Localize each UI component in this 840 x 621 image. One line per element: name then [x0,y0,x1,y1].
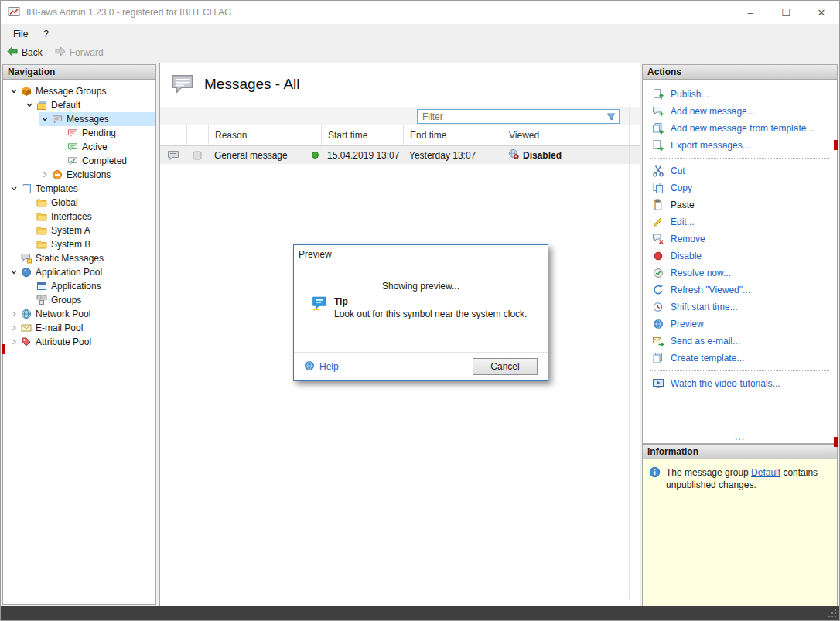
column-header-icon1[interactable] [160,125,186,145]
tree-item-messages[interactable]: Messages [3,112,155,126]
groups-icon [36,295,48,305]
filter-bar [160,107,640,125]
table-header: Reason Start time End time Viewed [160,125,640,146]
action-paste[interactable]: Paste [643,196,837,213]
chevron-down-icon[interactable] [8,87,20,95]
default-group-icon [36,100,48,111]
chevron-right-icon[interactable] [8,324,20,332]
refresh-icon [652,284,664,296]
cell-reason: General message [208,146,309,164]
tree-item-attribute-pool[interactable]: Attribute Pool [3,335,155,349]
tree-item-static-messages[interactable]: Static Messages [3,251,155,265]
cancel-button[interactable]: Cancel [473,358,538,375]
resize-grip[interactable] [827,608,838,619]
close-icon[interactable]: ✕ [804,1,839,24]
tree-item-completed[interactable]: Completed [3,154,155,168]
table-row[interactable]: General message 15.04.2019 13:07 Yesterd… [160,146,640,164]
default-group-link[interactable]: Default [751,467,780,478]
filter-funnel-icon[interactable] [603,110,619,123]
actions-header: Actions [643,65,837,80]
cell-end-time: Yesterday 13:07 [403,146,493,164]
tree-item-email-pool[interactable]: E-mail Pool [3,321,155,335]
tree-item-message-groups[interactable]: Message Groups [3,84,155,98]
action-cut[interactable]: Cut [643,162,837,179]
action-refresh-viewed[interactable]: Refresh "Viewed"... [643,281,837,299]
help-label: Help [319,361,339,372]
information-text: The message group Default contains unpub… [666,466,831,491]
action-preview[interactable]: Preview [643,316,837,333]
column-header-icon2[interactable] [186,125,208,145]
actions-overflow-button[interactable]: ... [643,432,837,442]
title-bar: IBI-aws Admin 1.23.0 - registered for IB… [1,1,839,24]
action-remove[interactable]: Remove [643,230,837,247]
tree-item-default[interactable]: Default [3,98,155,112]
disable-icon [652,250,664,262]
action-send-as-email[interactable]: Send as e-mail... [643,333,837,350]
tree-item-pending[interactable]: Pending [3,126,155,140]
maximize-icon[interactable]: ☐ [768,1,804,24]
chevron-down-icon[interactable] [8,268,20,276]
row-message-icon [160,146,186,164]
action-copy[interactable]: Copy [643,179,837,196]
export-icon [652,139,664,152]
column-header-reason[interactable]: Reason [208,125,309,145]
action-edit[interactable]: Edit... [643,213,837,230]
pending-icon [67,128,79,138]
tree-item-global[interactable]: Global [3,196,155,210]
forward-button[interactable]: Forward [55,46,104,59]
action-export-messages[interactable]: Export messages... [643,137,837,154]
exclusions-icon [51,169,63,180]
action-add-from-template[interactable]: Add new message from template... [643,120,837,137]
chevron-right-icon[interactable] [39,171,51,179]
tree-item-system-b[interactable]: System B [3,237,155,251]
publish-icon [652,88,664,101]
tree-item-templates[interactable]: Templates [3,182,155,196]
menu-help[interactable]: ? [36,29,56,39]
column-header-start-time[interactable]: Start time [321,125,403,145]
tree-item-application-pool[interactable]: Application Pool [3,265,155,279]
scrollbar-gutter [629,107,630,599]
tree-item-active[interactable]: Active [3,140,155,154]
filter-input[interactable] [418,111,603,122]
column-header-end-time[interactable]: End time [403,125,493,145]
tip-title: Tip [334,296,348,307]
action-disable[interactable]: Disable [643,247,837,264]
tree-item-network-pool[interactable]: Network Pool [3,307,155,321]
chevron-down-icon[interactable] [23,101,36,109]
action-publish[interactable]: Publish... [643,86,837,103]
action-create-template[interactable]: Create template... [643,350,837,367]
copy-icon [652,182,664,194]
back-button[interactable]: Back [7,46,43,59]
right-panel: Actions Publish... Add new message... Ad… [642,64,838,606]
add-message-icon [652,105,664,118]
action-add-new-message[interactable]: Add new message... [643,103,837,120]
navigation-tree: Message Groups Default Messages Pending [3,80,155,349]
tree-item-groups[interactable]: Groups [3,293,155,307]
menu-file[interactable]: File [5,29,36,39]
tree-item-exclusions[interactable]: Exclusions [3,168,155,182]
action-resolve-now[interactable]: Resolve now... [643,264,837,281]
row-exclusion-icon [186,146,208,164]
tree-item-system-a[interactable]: System A [3,223,155,237]
filter-box[interactable] [417,109,620,124]
tree-item-applications[interactable]: Applications [3,279,155,293]
actions-panel: Actions Publish... Add new message... Ad… [642,64,838,444]
preview-icon [652,318,664,330]
chevron-down-icon[interactable] [8,185,20,193]
tree-item-interfaces[interactable]: Interfaces [3,210,155,223]
column-header-status[interactable] [309,125,321,145]
action-shift-start-time[interactable]: Shift start time... [643,299,837,316]
add-from-template-icon [652,122,664,135]
network-pool-icon [20,309,32,319]
preview-dialog: Preview Showing preview... Tip Look out … [293,244,548,381]
help-globe-icon [304,360,315,374]
app-icon [8,5,20,20]
chevron-right-icon[interactable] [8,310,20,318]
chevron-down-icon[interactable] [39,115,51,123]
chevron-right-icon[interactable] [8,338,20,346]
help-button[interactable]: Help [304,360,339,374]
viewed-globe-icon [508,148,519,162]
action-watch-video-tutorials[interactable]: Watch the video-tutorials... [643,375,837,392]
minimize-icon[interactable]: – [732,1,768,24]
column-header-viewed[interactable]: Viewed [493,125,596,145]
